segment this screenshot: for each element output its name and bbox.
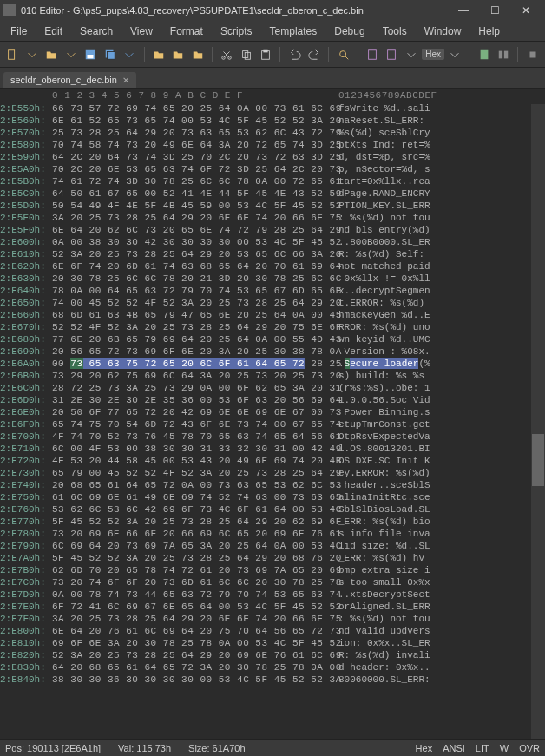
hex-row[interactable]: 2:E580h:70 74 58 74 73 20 49 6E 64 3A 20… xyxy=(0,139,545,151)
scrollbar-thumb[interactable] xyxy=(532,434,544,486)
ascii-cell[interactable]: %s(%d) sceSblCry xyxy=(338,127,545,139)
ascii-cell[interactable]: bmp extra size i xyxy=(338,564,545,576)
ascii-cell[interactable]: 0x%llx != 0x%ll xyxy=(338,273,545,285)
hex-row[interactable]: 2:E5F0h:6E 64 20 62 6C 73 20 65 6E 74 72… xyxy=(0,224,545,236)
ascii-cell[interactable]: ..xtsDecryptSect xyxy=(338,588,545,601)
menu-tools[interactable]: Tools xyxy=(376,23,414,39)
ascii-cell[interactable]: fsWrite %d..sali xyxy=(338,102,545,115)
template-dropdown-button[interactable] xyxy=(403,45,421,64)
hex-row[interactable]: 2:E780h:73 20 69 6E 66 6F 20 66 69 6C 65… xyxy=(0,528,545,540)
hex-bytes-cell[interactable]: 74 00 45 52 52 4F 52 3A 20 25 73 28 25 6… xyxy=(52,297,338,309)
hex-row[interactable]: 2:E7F0h:3A 20 25 73 28 25 64 29 20 6E 6F… xyxy=(0,613,545,625)
hex-editor-area[interactable]: 0 1 2 3 4 5 6 7 8 9 A B C D E F 01234567… xyxy=(0,89,545,739)
hex-bytes-cell[interactable]: 4F 53 20 44 58 45 00 53 43 20 49 6E 69 7… xyxy=(52,455,338,467)
open-file-button[interactable] xyxy=(43,45,61,64)
copy-button[interactable] xyxy=(237,45,255,64)
ascii-cell[interactable]: RROR: %s(%d) uno xyxy=(338,321,545,333)
hex-row[interactable]: 2:E6A0h:00 73 65 63 75 72 65 20 6C 6F 61… xyxy=(0,358,545,370)
ascii-cell[interactable]: alinaInitRtc.sce xyxy=(338,491,545,503)
ascii-cell[interactable]: header..sceSblS xyxy=(338,479,545,491)
ascii-cell[interactable]: etupTmrConst.get xyxy=(338,418,545,431)
hex-row[interactable]: 2:E7A0h:5F 45 52 52 3A 20 25 73 28 25 64… xyxy=(0,552,545,564)
hex-bytes-cell[interactable]: 61 6C 69 6E 61 49 6E 69 74 52 74 63 00 7… xyxy=(52,491,338,503)
ascii-cell[interactable]: wn keyid %d..UMC xyxy=(338,333,545,345)
vertical-scrollbar[interactable] xyxy=(531,104,545,739)
ascii-cell[interactable]: _ERR: %s(%d) bio xyxy=(338,516,545,528)
ascii-cell[interactable]: ..800B0000.SL_ER xyxy=(338,236,545,248)
hex-row[interactable]: 2:E7C0h:73 20 74 6F 6F 20 73 6D 61 6C 6C… xyxy=(0,576,545,588)
hex-row[interactable]: 2:E620h:6E 6F 74 20 6D 61 74 63 68 65 64… xyxy=(0,260,545,273)
menu-help[interactable]: Help xyxy=(471,23,507,39)
hex-bytes-cell[interactable]: 20 68 65 61 64 65 72 0A 00 73 63 65 53 6… xyxy=(52,479,338,491)
ascii-cell[interactable]: s info file inva xyxy=(338,528,545,540)
ascii-cell[interactable]: t.ERROR: %s(%d) xyxy=(338,297,545,309)
save-dropdown-button[interactable] xyxy=(121,45,139,64)
hex-bytes-cell[interactable]: 0A 00 38 30 30 42 30 30 30 30 00 53 4C 5… xyxy=(52,236,338,248)
redo-button[interactable] xyxy=(305,45,324,64)
ascii-cell[interactable]: tart=0x%llx..rea xyxy=(338,175,545,187)
hex-bytes-cell[interactable]: 4F 74 70 52 73 76 45 78 70 65 63 74 65 6… xyxy=(52,431,338,443)
ascii-cell[interactable]: PTION_KEY.SL_ERR xyxy=(338,200,545,212)
menu-file[interactable]: File xyxy=(3,23,34,39)
hex-row[interactable]: 2:E5D0h:50 54 49 4F 4E 5F 4B 45 59 00 53… xyxy=(0,200,545,212)
menu-scripts[interactable]: Scripts xyxy=(213,23,259,39)
hex-row[interactable]: 2:E720h:4F 53 20 44 58 45 00 53 43 20 49… xyxy=(0,455,545,467)
hex-bytes-cell[interactable]: 69 6F 6E 3A 20 30 78 25 78 0A 00 53 4C 5… xyxy=(52,637,338,649)
hex-row[interactable]: 2:E690h:20 56 65 72 73 69 6F 6E 20 3A 20… xyxy=(0,345,545,358)
hex-row[interactable]: 2:E760h:53 62 6C 53 6C 42 69 6F 73 4C 6F… xyxy=(0,503,545,516)
ascii-cell[interactable]: d header: 0x%x.. xyxy=(338,661,545,674)
hex-bytes-cell[interactable]: 50 54 49 4F 4E 5F 4B 45 59 00 53 4C 5F 4… xyxy=(52,200,338,212)
hex-bytes-cell[interactable]: 64 20 68 65 61 64 65 72 3A 20 30 78 25 7… xyxy=(52,661,338,674)
ascii-cell[interactable]: hmacKeyGen %d..E xyxy=(338,309,545,321)
ascii-cell[interactable]: naReset.SL_ERR: xyxy=(338,115,545,127)
save-all-button[interactable] xyxy=(102,45,120,64)
compare-button[interactable] xyxy=(495,45,513,64)
status-w[interactable]: W xyxy=(500,743,509,753)
open-dropdown-button[interactable] xyxy=(62,45,81,64)
hex-row[interactable]: 2:E7E0h:6F 72 41 6C 69 67 6E 65 64 00 53… xyxy=(0,601,545,613)
hex-bytes-cell[interactable]: 6E 64 20 62 6C 73 20 65 6E 74 72 79 28 2… xyxy=(52,224,338,236)
hex-bytes-cell[interactable]: 28 72 25 73 3A 25 73 29 0A 00 6F 62 65 3… xyxy=(52,382,338,394)
hex-bytes-cell[interactable]: 78 0A 00 64 65 63 72 79 70 74 53 65 67 6… xyxy=(52,285,338,297)
hex-bytes-cell[interactable]: 66 73 57 72 69 74 65 20 25 64 0A 00 73 6… xyxy=(52,102,338,115)
ascii-cell[interactable]: _ERR: %s(%d) hv xyxy=(338,552,545,564)
stop-button[interactable] xyxy=(523,45,542,64)
hex-row[interactable]: 2:E600h:0A 00 38 30 30 42 30 30 30 30 00… xyxy=(0,236,545,248)
minimize-button[interactable]: — xyxy=(448,0,479,21)
menu-format[interactable]: Format xyxy=(163,23,210,39)
hex-row[interactable]: 2:E830h:64 20 68 65 61 64 65 72 3A 20 30… xyxy=(0,661,545,674)
save-button[interactable] xyxy=(82,45,100,64)
hex-bytes-cell[interactable]: 70 74 58 74 73 20 49 6E 64 3A 20 72 65 7… xyxy=(52,139,338,151)
hex-row[interactable]: 2:E700h:4F 74 70 52 73 76 45 78 70 65 63… xyxy=(0,431,545,443)
new-dropdown-button[interactable] xyxy=(23,45,42,64)
ascii-cell[interactable]: R: %s(%d) invali xyxy=(338,649,545,661)
ascii-cell[interactable]: SblSlBiosLoad.SL xyxy=(338,503,545,516)
hex-row[interactable]: 2:E630h:20 30 78 25 6C 6C 78 20 21 3D 20… xyxy=(0,273,545,285)
search-button[interactable] xyxy=(334,45,352,64)
hex-bytes-cell[interactable]: 3A 20 25 73 28 25 64 29 20 6E 6F 74 20 6… xyxy=(52,613,338,625)
cut-button[interactable] xyxy=(218,45,236,64)
hex-bytes-cell[interactable]: 64 50 61 67 65 00 52 41 4E 44 5F 45 4E 4… xyxy=(52,187,338,200)
hex-row[interactable]: 2:E840h:38 30 30 36 30 30 30 30 00 53 4C… xyxy=(0,674,545,686)
status-ansi[interactable]: ANSI xyxy=(443,743,465,753)
hex-bytes-cell[interactable]: 20 56 65 72 73 69 6F 6E 20 3A 20 25 30 3… xyxy=(52,345,338,358)
hex-bytes-cell[interactable]: 62 6D 70 20 65 78 74 72 61 20 73 69 7A 6… xyxy=(52,564,338,576)
hex-bytes-cell[interactable]: 52 3A 20 25 73 28 25 64 29 20 53 65 6C 6… xyxy=(52,248,338,260)
hex-bytes-cell[interactable]: 73 29 20 62 75 69 6C 64 3A 20 25 73 20 2… xyxy=(52,370,338,382)
ascii-cell[interactable]: Power Binning.s xyxy=(338,406,545,418)
hex-bytes-cell[interactable]: 6E 6F 74 20 6D 61 74 63 68 65 64 20 70 6… xyxy=(52,260,338,273)
hex-row[interactable]: 2:E800h:6E 64 20 76 61 6C 69 64 20 75 70… xyxy=(0,625,545,637)
menu-debug[interactable]: Debug xyxy=(327,23,371,39)
hex-row[interactable]: 2:E810h:69 6F 6E 3A 20 30 78 25 78 0A 00… xyxy=(0,637,545,649)
ascii-cell[interactable]: 80060000.SL_ERR: xyxy=(338,674,545,686)
maximize-button[interactable]: ☐ xyxy=(479,0,510,21)
template2-button[interactable] xyxy=(383,45,401,64)
ascii-cell[interactable]: nd valid updVers xyxy=(338,625,545,637)
ascii-cell[interactable]: .Secure loader(% xyxy=(338,358,545,370)
hex-bytes-cell[interactable]: 31 2E 30 2E 30 2E 35 36 00 53 6F 63 20 5… xyxy=(52,394,338,406)
hex-bytes-cell[interactable]: 6C 00 4F 53 00 38 30 30 31 33 32 30 31 0… xyxy=(52,443,338,455)
ascii-cell[interactable]: OtpRsvExpectedVa xyxy=(338,431,545,443)
folder3-button[interactable] xyxy=(188,45,207,64)
hex-bytes-cell[interactable]: 52 52 4F 52 3A 20 25 73 28 25 64 29 20 7… xyxy=(52,321,338,333)
hex-bytes-cell[interactable]: 6E 61 52 65 73 65 74 00 53 4C 5F 45 52 5… xyxy=(52,115,338,127)
